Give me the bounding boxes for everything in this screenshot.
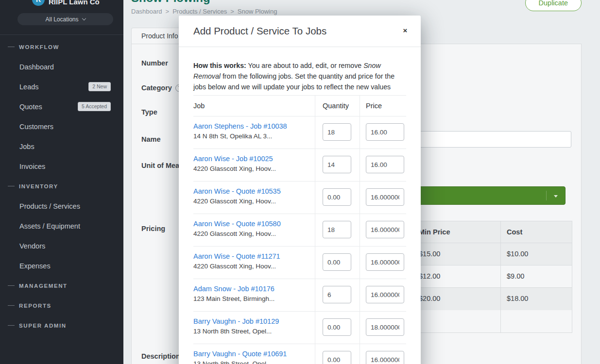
sidebar-item[interactable]: Expenses <box>0 256 123 276</box>
company-name: RIIPL Lawn Co <box>49 0 100 6</box>
job-row: Aaron Wise - Quote #10535 4220 Glasscott… <box>193 182 406 214</box>
price-input[interactable] <box>366 123 404 141</box>
jobs-table-rows: Aaron Stephens - Job #10038 14 N 8th St,… <box>193 116 406 364</box>
job-link[interactable]: Aaron Wise - Quote #10580 <box>193 220 310 228</box>
min-price-value: $12.00 <box>413 265 500 287</box>
job-link[interactable]: Barry Vaughn - Quote #10691 <box>193 350 310 358</box>
location-selector[interactable]: All Locations <box>17 13 113 25</box>
type-label: Type <box>141 108 157 116</box>
sidebar-item-label: Leads <box>19 83 39 91</box>
pricing-row: $12.00 $9.00 <box>413 265 572 288</box>
job-address: 123 Main Street, Birmingh... <box>193 295 310 302</box>
quantity-input[interactable] <box>323 188 351 206</box>
sidebar-item[interactable]: Customers <box>0 116 123 136</box>
dropdown-caret-icon[interactable] <box>554 195 558 198</box>
job-link[interactable]: Aaron Wise - Quote #10535 <box>193 187 310 195</box>
job-address: 4220 Glasscott Xing, Hoov... <box>193 230 310 237</box>
job-address: 4220 Glasscott Xing, Hoov... <box>193 165 310 172</box>
quantity-input[interactable] <box>323 156 351 173</box>
quantity-input[interactable] <box>323 123 351 141</box>
sidebar-item-label: Assets / Equipment <box>19 222 80 230</box>
sidebar-item[interactable]: Assets / Equipment <box>0 216 123 236</box>
sidebar-item[interactable]: Vendors <box>0 236 123 256</box>
job-column-header: Job <box>193 96 315 116</box>
price-input[interactable] <box>366 253 404 271</box>
button-divider <box>546 191 547 200</box>
sidebar-item-label: Jobs <box>19 143 34 150</box>
cost-value: $9.00 <box>500 265 572 287</box>
quantity-input[interactable] <box>323 318 351 336</box>
breadcrumb-separator: > <box>166 8 170 15</box>
name-label: Name <box>141 135 161 143</box>
sidebar-header: R RIIPL Lawn Co All Locations <box>0 0 123 35</box>
sidebar-item[interactable]: Products / Services <box>0 196 123 216</box>
duplicate-button[interactable]: Duplicate <box>525 0 582 11</box>
job-link[interactable]: Barry Vaughn - Job #10129 <box>193 317 310 325</box>
quantity-input[interactable] <box>323 253 351 271</box>
job-row: Aaron Wise - Job #10025 4220 Glasscott X… <box>193 149 406 182</box>
chevron-down-icon <box>82 17 86 20</box>
nav-section-reports[interactable]: REPORTS <box>0 296 123 315</box>
nav-section-workflow: WORKFLOW <box>0 37 123 57</box>
job-address: 4220 Glasscott Xing, Hoov... <box>193 263 310 270</box>
nav-items-inventory: Products / Services Assets / Equipment V… <box>0 196 123 276</box>
nav-section-management[interactable]: MANAGEMENT <box>0 276 123 296</box>
section-dash-icon <box>8 325 15 326</box>
job-link[interactable]: Aaron Wise - Quote #11271 <box>193 252 310 260</box>
breadcrumb-dashboard[interactable]: Dashboard <box>131 8 162 15</box>
modal-body: How this works: You are about to add, ed… <box>179 47 421 364</box>
number-label: Number <box>141 59 168 67</box>
sidebar: R RIIPL Lawn Co All Locations WORKFLOW D… <box>0 0 123 364</box>
pricing-table-header: Min Price Cost <box>413 221 572 243</box>
pricing-row: $20.00 $18.00 <box>413 288 572 310</box>
quantity-input[interactable] <box>323 351 351 364</box>
job-link[interactable]: Adam Snow - Job #10176 <box>193 285 310 293</box>
sidebar-item-label: Customers <box>19 123 53 131</box>
sidebar-item-label: Dashboard <box>19 63 54 71</box>
pricing-row: $15.00 $10.00 <box>413 243 572 265</box>
sidebar-item[interactable]: Quotes 5 Accepted <box>0 97 123 116</box>
jobs-table-header: Job Quantity Price <box>193 95 406 116</box>
description-label: Description <box>141 352 180 360</box>
section-dash-icon <box>8 305 15 306</box>
modal-intro-text: How this works: You are about to add, ed… <box>193 60 406 92</box>
quantity-input[interactable] <box>323 286 351 303</box>
job-link[interactable]: Aaron Stephens - Job #10038 <box>193 122 310 130</box>
quantity-input[interactable] <box>323 221 351 238</box>
price-input[interactable] <box>366 286 404 303</box>
sidebar-item[interactable]: Dashboard <box>0 57 123 77</box>
job-address: 14 N 8th St, Opelika AL 3... <box>193 132 310 140</box>
cost-header: Cost <box>500 221 572 243</box>
page-title: Snow Plowing <box>131 0 210 5</box>
sidebar-nav: WORKFLOW Dashboard Leads 2 New Quote <box>0 35 123 335</box>
nav-items-workflow: Dashboard Leads 2 New Quotes 5 Accepted <box>0 57 123 176</box>
close-icon[interactable]: × <box>400 26 410 34</box>
sidebar-item[interactable]: Jobs <box>0 136 123 156</box>
price-input[interactable] <box>366 221 404 238</box>
breadcrumb-current: Snow Plowing <box>238 8 277 15</box>
sidebar-item[interactable]: Leads 2 New <box>0 77 123 97</box>
breadcrumb-products-services[interactable]: Products / Services <box>172 8 227 15</box>
quantity-column-header: Quantity <box>315 96 360 116</box>
section-dash-icon <box>8 186 15 186</box>
sidebar-item-label: Products / Services <box>19 202 80 210</box>
job-row: Aaron Wise - Quote #11271 4220 Glasscott… <box>193 247 406 279</box>
job-link[interactable]: Aaron Wise - Job #10025 <box>193 155 310 163</box>
price-input[interactable] <box>366 351 404 364</box>
job-address: 4220 Glasscott Xing, Hoov... <box>193 198 310 205</box>
price-input[interactable] <box>366 188 404 206</box>
company-logo-icon: R <box>32 0 45 6</box>
price-input[interactable] <box>366 318 404 336</box>
job-address: 13 North 8th Street, Opel... <box>193 360 310 364</box>
price-input[interactable] <box>366 156 404 173</box>
nav-section-super-admin[interactable]: SUPER ADMIN <box>0 315 123 335</box>
status-badge: 2 New <box>88 82 111 91</box>
sidebar-item-label: Invoices <box>19 163 45 170</box>
pricing-table-rows: $15.00 $10.00 $12.00 $9.00 $20.00 $18.00 <box>413 243 572 310</box>
modal-header: Add Product / Service To Jobs × <box>179 16 421 47</box>
add-product-service-modal: Add Product / Service To Jobs × How this… <box>179 16 421 364</box>
sidebar-item[interactable]: Invoices <box>0 156 123 176</box>
pricing-row-empty <box>413 310 572 332</box>
sidebar-item-label: Quotes <box>19 103 42 111</box>
category-label: Category <box>141 84 172 92</box>
